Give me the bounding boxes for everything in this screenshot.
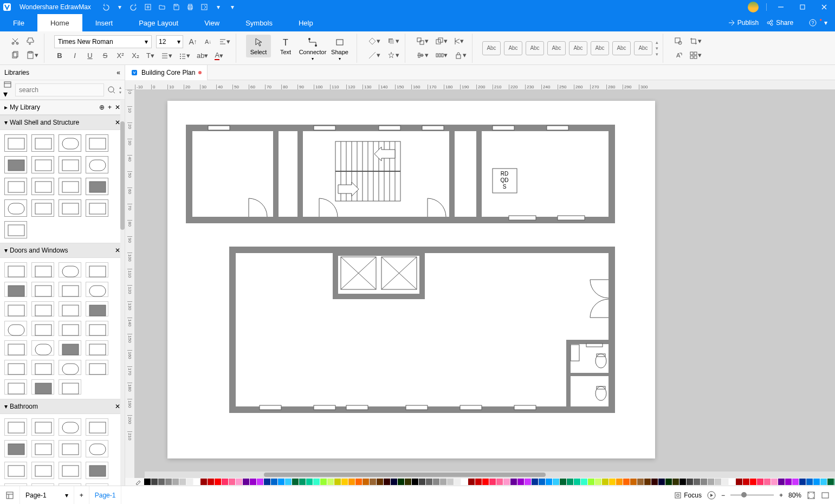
shape-item[interactable] (31, 178, 54, 195)
shape-item[interactable] (4, 178, 27, 195)
shape-item[interactable] (59, 379, 81, 395)
palette-swatch[interactable] (581, 479, 587, 485)
replace-font-button[interactable]: A (673, 50, 684, 61)
search-icon[interactable] (107, 86, 116, 94)
palette-swatch[interactable] (292, 479, 299, 485)
menu-home[interactable]: Home (37, 14, 82, 31)
document-tab[interactable]: Building Core Plan (125, 65, 208, 80)
palette-swatch[interactable] (517, 479, 524, 485)
theme-more[interactable]: ▾ (656, 51, 658, 57)
new-button[interactable] (143, 2, 153, 12)
palette-swatch[interactable] (384, 479, 390, 485)
font-color-button[interactable]: A▾ (213, 50, 224, 61)
menu-help[interactable]: Help (286, 14, 326, 31)
shape-item[interactable] (4, 340, 27, 356)
palette-swatch[interactable] (306, 479, 313, 485)
palette-swatch[interactable] (525, 479, 531, 485)
palette-eyedropper-icon[interactable] (135, 479, 141, 485)
position-button[interactable]: ▾ (688, 50, 703, 61)
library-icon[interactable]: ▾ (3, 80, 12, 99)
collapse-icon[interactable]: ▾ (4, 119, 8, 126)
shape-item[interactable] (4, 440, 27, 457)
decrease-font-button[interactable]: A↓ (203, 36, 213, 47)
library-scrollbar[interactable] (120, 100, 125, 486)
shape-item[interactable] (86, 360, 108, 375)
align-button[interactable]: ▾ (218, 36, 231, 47)
shape-item[interactable] (31, 418, 54, 436)
palette-swatch[interactable] (243, 479, 249, 485)
palette-swatch[interactable] (532, 479, 538, 485)
palette-swatch[interactable] (377, 479, 383, 485)
page-select[interactable]: Page-1▾ (20, 486, 74, 505)
palette-swatch[interactable] (165, 479, 172, 485)
palette-swatch[interactable] (327, 479, 334, 485)
palette-swatch[interactable] (778, 479, 785, 485)
theme-up[interactable]: ▴ (656, 40, 658, 45)
shape-item[interactable] (4, 262, 27, 277)
effects-button[interactable]: ▾ (386, 50, 400, 61)
canvas-h-scrollbar[interactable] (145, 471, 835, 478)
palette-swatch[interactable] (271, 479, 277, 485)
shape-item[interactable] (86, 134, 108, 152)
shape-item[interactable] (86, 282, 108, 297)
palette-swatch[interactable] (475, 479, 482, 485)
shape-item[interactable] (59, 262, 81, 277)
collapse-libraries-button[interactable]: « (116, 69, 120, 76)
shape-item[interactable] (4, 360, 27, 375)
shape-item[interactable] (4, 156, 27, 173)
page-list-button[interactable] (0, 486, 20, 505)
menu-symbols[interactable]: Symbols (232, 14, 286, 31)
palette-swatch[interactable] (433, 479, 439, 485)
strikethrough-button[interactable]: S (100, 50, 111, 61)
collapse-icon[interactable]: ▾ (4, 247, 8, 254)
palette-swatch[interactable] (764, 479, 771, 485)
theme-style-3[interactable]: Abc (526, 41, 544, 55)
palette-swatch[interactable] (827, 479, 834, 485)
shape-item[interactable] (4, 221, 27, 238)
palette-swatch[interactable] (750, 479, 756, 485)
shape-item[interactable] (59, 462, 81, 479)
palette-swatch[interactable] (151, 479, 158, 485)
shape-item[interactable] (31, 282, 54, 297)
palette-swatch[interactable] (623, 479, 630, 485)
palette-swatch[interactable] (567, 479, 573, 485)
palette-swatch[interactable] (771, 479, 778, 485)
palette-swatch[interactable] (574, 479, 580, 485)
expand-icon[interactable]: ▸ (4, 104, 8, 111)
copy-button[interactable] (10, 50, 21, 61)
search-input[interactable] (15, 83, 104, 96)
palette-swatch[interactable] (609, 479, 616, 485)
menu-file[interactable]: File (0, 14, 37, 31)
palette-swatch[interactable] (503, 479, 510, 485)
palette-swatch[interactable] (799, 479, 806, 485)
palette-swatch[interactable] (820, 479, 827, 485)
shape-item[interactable] (31, 379, 54, 395)
shape-item[interactable] (4, 282, 27, 297)
palette-swatch[interactable] (172, 479, 179, 485)
palette-swatch[interactable] (419, 479, 425, 485)
maximize-button[interactable] (792, 0, 813, 14)
shape-item[interactable] (4, 462, 27, 479)
palette-swatch[interactable] (679, 479, 686, 485)
shape-item[interactable] (31, 156, 54, 173)
shape-tool[interactable]: Shape▾ (327, 35, 352, 63)
palette-swatch[interactable] (264, 479, 270, 485)
shape-item[interactable] (31, 199, 54, 217)
bring-front-button[interactable]: ▾ (434, 36, 449, 47)
collapse-icon[interactable]: ▾ (4, 403, 8, 410)
theme-style-8[interactable]: Abc (634, 41, 652, 55)
close-button[interactable] (813, 0, 835, 14)
align-objects-button[interactable]: ▾ (415, 50, 430, 61)
shape-item[interactable] (59, 134, 81, 152)
shape-item[interactable] (31, 301, 54, 316)
close-section-button[interactable]: ✕ (115, 119, 120, 126)
palette-swatch[interactable] (405, 479, 411, 485)
undo-button[interactable] (101, 2, 111, 12)
palette-swatch[interactable] (426, 479, 432, 485)
close-section-button[interactable]: ✕ (115, 247, 120, 254)
qat-more[interactable]: ▾ (228, 2, 237, 12)
shape-item[interactable] (86, 483, 108, 486)
fill-button[interactable]: ▾ (367, 36, 381, 47)
line-button[interactable]: ▾ (367, 50, 381, 61)
palette-swatch[interactable] (144, 479, 151, 485)
